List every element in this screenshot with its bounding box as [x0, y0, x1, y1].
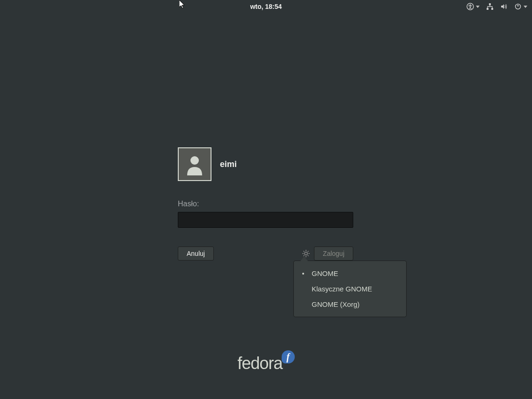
cancel-button[interactable]: Anuluj [178, 247, 214, 261]
svg-point-10 [305, 252, 307, 255]
password-input[interactable] [178, 212, 353, 228]
distro-logo-text: fedora [237, 354, 282, 373]
selected-bullet-icon [301, 270, 305, 277]
session-item-label: GNOME [312, 269, 338, 277]
session-item-gnome-xorg[interactable]: GNOME (Xorg) [294, 297, 406, 312]
username-label: eimi [220, 160, 237, 169]
svg-point-1 [470, 4, 471, 6]
svg-point-9 [190, 156, 199, 165]
volume-icon[interactable] [500, 3, 508, 10]
fedora-bubble-icon: f [282, 350, 295, 363]
user-row: eimi [178, 147, 353, 181]
session-item-gnome-classic[interactable]: Klasyczne GNOME [294, 281, 406, 297]
button-row: Anuluj Zaloguj [178, 247, 353, 261]
distro-logo: fedora f [237, 354, 294, 373]
session-item-label: GNOME (Xorg) [312, 300, 360, 308]
session-menu: GNOME Klasyczne GNOME GNOME (Xorg) [293, 261, 407, 317]
login-panel: eimi Hasło: Anuluj [178, 147, 353, 261]
clock[interactable]: wto, 18:54 [250, 3, 282, 10]
power-menu[interactable] [514, 3, 527, 10]
accessibility-menu[interactable] [466, 3, 480, 10]
avatar [178, 147, 211, 181]
accessibility-icon [466, 3, 474, 10]
top-bar: wto, 18:54 [0, 0, 532, 13]
svg-line-15 [304, 251, 305, 252]
password-label: Hasło: [178, 200, 353, 208]
svg-rect-4 [491, 8, 493, 10]
chevron-down-icon [524, 6, 527, 8]
power-icon [514, 3, 522, 10]
svg-rect-3 [487, 8, 488, 10]
chevron-down-icon [476, 6, 480, 8]
svg-rect-2 [489, 3, 491, 5]
login-button[interactable]: Zaloguj [314, 247, 353, 261]
system-tray [466, 3, 527, 10]
network-icon[interactable] [486, 3, 494, 10]
session-item-gnome[interactable]: GNOME [294, 266, 406, 281]
session-item-label: Klasyczne GNOME [312, 285, 372, 293]
svg-line-18 [308, 251, 309, 252]
